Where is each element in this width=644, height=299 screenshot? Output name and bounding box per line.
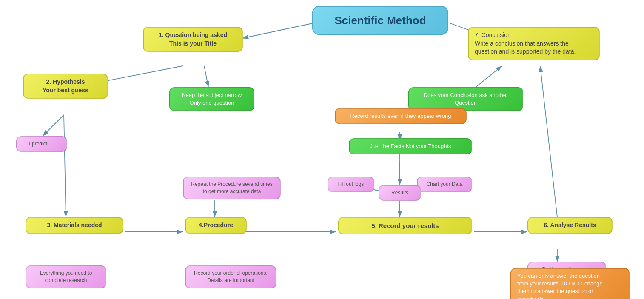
svg-line-17 xyxy=(540,66,557,217)
only-answer-node: You can only answer the question from yo… xyxy=(510,268,630,299)
svg-line-6 xyxy=(64,115,66,217)
record-results-node: 5. Record your results xyxy=(338,217,472,234)
keep-narrow-node: Keep the subject narrow Only one questio… xyxy=(169,87,254,111)
conclusion-question-node: Does your Conclusion ask another Questio… xyxy=(408,87,523,111)
order-node: Record your order of operations. Details… xyxy=(185,265,276,288)
diagram: Scientific Method 1. Question being aske… xyxy=(0,0,644,299)
facts-node: Just the Facts Not your Thoughts xyxy=(349,138,472,154)
chart-data-node: Chart your Data xyxy=(417,177,472,192)
question-node: 1. Question being asked This is your Tit… xyxy=(143,27,243,52)
analyse-node: 6. Analyse Results xyxy=(527,217,613,234)
svg-line-5 xyxy=(43,115,64,136)
materials-node: 3. Materials needed xyxy=(26,217,123,234)
everything-node: Everything you need to complete research xyxy=(26,265,106,288)
svg-line-4 xyxy=(204,66,208,87)
predict-node: I predict .... xyxy=(16,136,67,152)
fill-logs-node: Fill out logs xyxy=(328,177,374,192)
record-wrong-node: Record results even if they appear wrong xyxy=(335,108,467,124)
results-node: Results xyxy=(379,185,421,201)
repeat-node: Repeat the Procedure several times to ge… xyxy=(183,177,281,199)
svg-line-1 xyxy=(242,23,312,38)
main-title-node: Scientific Method xyxy=(312,6,448,35)
conclusion-node: 7. Conclusion Write a conclusion that an… xyxy=(468,27,600,60)
procedure-node: 4.Procedure xyxy=(185,217,247,234)
hypothesis-node: 2. Hypothesis Your best guess xyxy=(23,74,108,99)
